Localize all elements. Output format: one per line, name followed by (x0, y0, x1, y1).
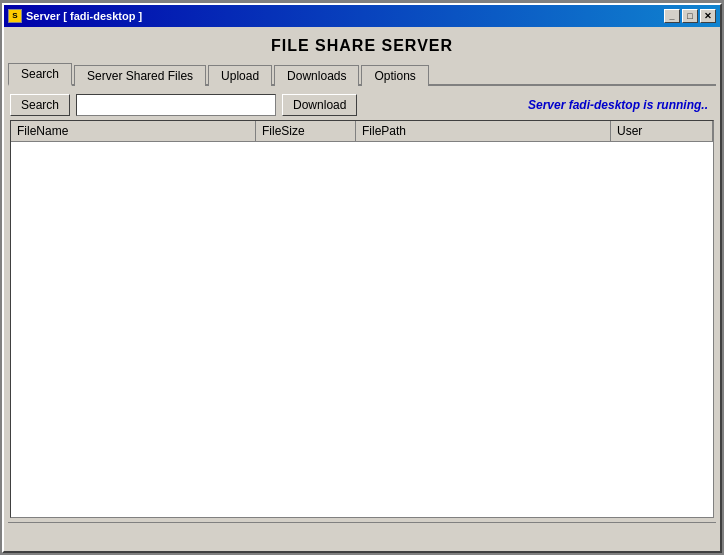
tab-downloads[interactable]: Downloads (274, 65, 359, 86)
main-window: S Server [ fadi-desktop ] _ □ ✕ FILE SHA… (2, 3, 722, 553)
download-button[interactable]: Download (282, 94, 357, 116)
file-table: FileName FileSize FilePath User (10, 120, 714, 518)
maximize-button[interactable]: □ (682, 9, 698, 23)
tab-options[interactable]: Options (361, 65, 428, 86)
window-content: FILE SHARE SERVER Search Server Shared F… (4, 27, 720, 551)
tab-server-shared-files[interactable]: Server Shared Files (74, 65, 206, 86)
search-input[interactable] (76, 94, 276, 116)
title-bar-left: S Server [ fadi-desktop ] (8, 9, 142, 23)
app-title: FILE SHARE SERVER (8, 31, 716, 61)
column-filesize: FileSize (256, 121, 356, 141)
tab-upload[interactable]: Upload (208, 65, 272, 86)
title-bar: S Server [ fadi-desktop ] _ □ ✕ (4, 5, 720, 27)
column-filepath: FilePath (356, 121, 611, 141)
close-button[interactable]: ✕ (700, 9, 716, 23)
table-body (11, 142, 713, 517)
tabs-bar: Search Server Shared Files Upload Downlo… (8, 61, 716, 86)
minimize-button[interactable]: _ (664, 9, 680, 23)
window-icon: S (8, 9, 22, 23)
status-bar (8, 522, 716, 547)
column-filename: FileName (11, 121, 256, 141)
column-user: User (611, 121, 713, 141)
title-bar-buttons: _ □ ✕ (664, 9, 716, 23)
tab-search[interactable]: Search (8, 63, 72, 86)
search-button[interactable]: Search (10, 94, 70, 116)
toolbar: Search Download Server fadi-desktop is r… (8, 90, 716, 120)
window-title: Server [ fadi-desktop ] (26, 10, 142, 22)
table-header: FileName FileSize FilePath User (11, 121, 713, 142)
server-status: Server fadi-desktop is running.. (528, 98, 716, 112)
